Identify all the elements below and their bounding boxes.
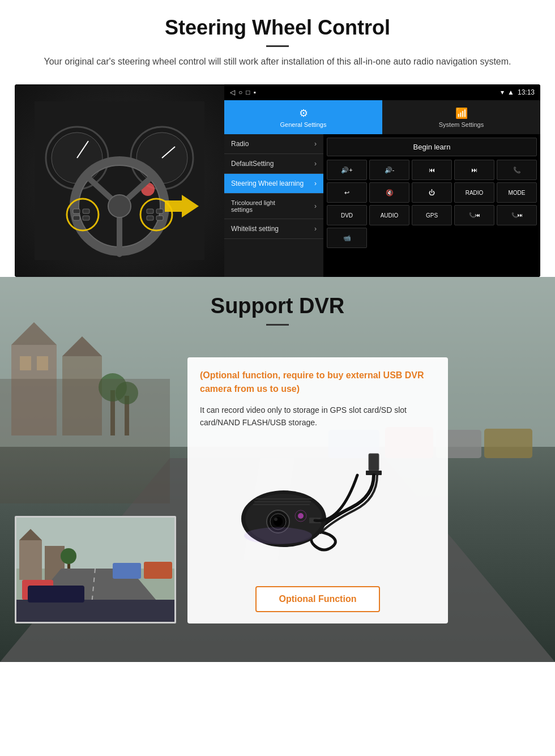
tab-general-settings[interactable]: ⚙ General Settings [224, 100, 382, 134]
signal-icon: ▾ [501, 88, 504, 96]
dvr-thumbnail [15, 516, 176, 623]
nav-home-icon: ○ [238, 88, 242, 96]
settings-gear-icon: ⚙ [299, 107, 308, 119]
menu-tricolour-label: Tricoloured lightsettings [231, 199, 275, 213]
chevron-right-icon: › [314, 140, 317, 148]
section-subtitle: Your original car's steering wheel contr… [40, 55, 515, 69]
android-tabs: ⚙ General Settings 📶 System Settings [224, 100, 540, 134]
chevron-right-icon-4: › [314, 202, 317, 210]
control-buttons-grid: 🔊+ 🔊- ⏮ ⏭ 📞 ↩ 🔇 ⏻ RADIO MODE DVD AUDIO G… [327, 160, 537, 248]
dvr-lower-content: (Optional function, require to buy exter… [0, 346, 555, 623]
android-content: Radio › DefaultSetting › Steering Wheel … [224, 134, 540, 277]
mode-button[interactable]: MODE [497, 182, 537, 203]
dvr-section: Support DVR [0, 277, 555, 662]
next-button[interactable]: ⏭ [454, 160, 494, 180]
dvr-title: Support DVR [0, 294, 555, 318]
power-button[interactable]: ⏻ [412, 182, 452, 203]
dvr-title-divider [266, 324, 289, 326]
svg-rect-21 [156, 209, 163, 213]
wifi-icon: ▲ [507, 88, 514, 96]
menu-item-default[interactable]: DefaultSetting › [224, 154, 323, 174]
mute-button[interactable]: 🔇 [369, 182, 409, 203]
svg-rect-22 [147, 216, 153, 220]
system-icon: 📶 [455, 107, 468, 119]
nav-record-icon: ▪ [254, 88, 256, 96]
tab-general-label: General Settings [280, 121, 327, 128]
svg-point-70 [244, 527, 312, 544]
dvr-button[interactable]: 📹 [327, 228, 367, 248]
page-title: Steering Wheel Control [34, 16, 521, 40]
tab-system-settings[interactable]: 📶 System Settings [382, 100, 540, 134]
title-divider [266, 45, 289, 47]
svg-rect-56 [28, 586, 84, 603]
menu-item-whitelist[interactable]: Whitelist setting › [224, 219, 323, 239]
radio-button[interactable]: RADIO [454, 182, 494, 203]
dvr-title-area: Support DVR [0, 277, 555, 335]
dvr-info-box: (Optional function, require to buy exter… [187, 357, 448, 623]
gps-button[interactable]: GPS [412, 205, 452, 225]
control-panel: Begin learn 🔊+ 🔊- ⏮ ⏭ 📞 ↩ 🔇 ⏻ RADIO MODE… [323, 134, 540, 277]
svg-rect-18 [83, 216, 89, 220]
call-button[interactable]: 📞 [497, 160, 537, 180]
steering-wheel-svg [35, 101, 204, 260]
svg-point-13 [108, 195, 131, 217]
svg-rect-16 [83, 209, 89, 213]
svg-rect-57 [369, 454, 379, 471]
svg-point-49 [61, 548, 76, 564]
svg-rect-45 [19, 540, 42, 580]
prev-button[interactable]: ⏮ [412, 160, 452, 180]
dvr-thumb-content [16, 518, 174, 622]
chevron-right-icon-3: › [314, 180, 317, 187]
svg-rect-55 [16, 600, 174, 622]
vol-up-button[interactable]: 🔊+ [327, 160, 367, 180]
svg-rect-15 [73, 209, 80, 213]
begin-learn-button[interactable]: Begin learn [327, 138, 537, 156]
dvr-optional-text: (Optional function, require to buy exter… [200, 369, 436, 396]
optional-function-button[interactable]: Optional Function [255, 586, 380, 612]
svg-rect-53 [144, 562, 172, 579]
android-ui: ◁ ○ □ ▪ ▾ ▲ 13:13 ⚙ General Settings 📶 S… [224, 84, 540, 277]
menu-whitelist-label: Whitelist setting [231, 225, 279, 233]
chevron-right-icon-5: › [314, 225, 317, 233]
dvd-button[interactable]: DVD [327, 205, 367, 225]
begin-learn-row: Begin learn [327, 138, 537, 156]
menu-item-steering[interactable]: Steering Wheel learning › [224, 174, 323, 194]
menu-default-label: DefaultSetting [231, 160, 274, 168]
android-statusbar: ◁ ○ □ ▪ ▾ ▲ 13:13 [224, 84, 540, 100]
nav-back-icon: ◁ [230, 88, 235, 96]
dvr-camera-svg [227, 451, 408, 564]
svg-rect-52 [113, 563, 141, 579]
tab-system-label: System Settings [439, 121, 484, 128]
back-button[interactable]: ↩ [327, 182, 367, 203]
audio-button[interactable]: AUDIO [369, 205, 409, 225]
swc-header: Steering Wheel Control Your original car… [0, 0, 555, 74]
dvr-camera-image [200, 437, 436, 578]
svg-rect-23 [156, 216, 163, 220]
menu-steering-label: Steering Wheel learning [231, 180, 304, 187]
dvr-description: It can record video only to storage in G… [200, 404, 436, 429]
menu-item-radio[interactable]: Radio › [224, 134, 323, 154]
vol-down-button[interactable]: 🔊- [369, 160, 409, 180]
steering-wheel-image [15, 84, 224, 277]
svg-rect-20 [147, 209, 153, 213]
menu-list: Radio › DefaultSetting › Steering Wheel … [224, 134, 323, 277]
svg-point-67 [274, 518, 278, 521]
call-prev-button[interactable]: 📞⏮ [454, 205, 494, 225]
status-time: 13:13 [518, 88, 535, 96]
call-next-button[interactable]: 📞⏭ [497, 205, 537, 225]
dvr-thumb-svg [16, 518, 174, 622]
svg-rect-17 [73, 216, 80, 220]
menu-item-tricolour[interactable]: Tricoloured lightsettings › [224, 194, 323, 219]
menu-radio-label: Radio [231, 140, 249, 148]
svg-point-68 [298, 513, 304, 519]
nav-recents-icon: □ [246, 88, 250, 96]
chevron-right-icon-2: › [314, 160, 317, 168]
swc-screenshot: ◁ ○ □ ▪ ▾ ▲ 13:13 ⚙ General Settings 📶 S… [15, 84, 540, 277]
